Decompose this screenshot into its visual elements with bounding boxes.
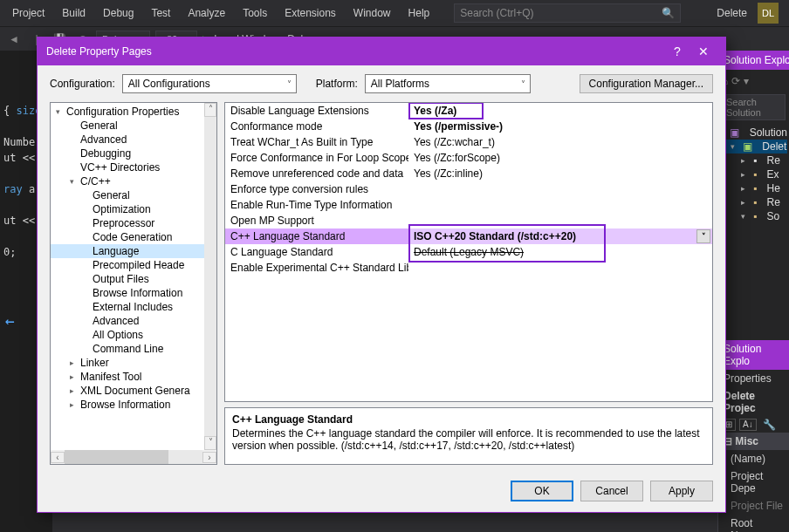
scroll-left-icon[interactable]: ‹ — [51, 452, 65, 463]
tree-item[interactable]: All Options — [51, 328, 216, 342]
menu-analyze[interactable]: Analyze — [179, 3, 234, 23]
prop-row: Project File — [718, 497, 789, 515]
tree-item[interactable]: Advanced — [51, 133, 216, 147]
menu-tools[interactable]: Tools — [234, 3, 276, 23]
tree-item[interactable]: Command Line — [51, 342, 216, 356]
tree-hscroll[interactable]: ‹ › — [51, 450, 216, 464]
tree-cc[interactable]: C/C++ — [51, 174, 216, 188]
misc-header[interactable]: ⊟ Misc — [718, 433, 789, 450]
dialog-title: Delete Property Pages — [46, 45, 664, 58]
tree-item[interactable]: Advanced — [51, 314, 216, 328]
scroll-up-icon[interactable]: ˄ — [204, 103, 216, 117]
grid-prop-name: Force Conformance in For Loop Scope — [225, 150, 408, 166]
solexp-tab2[interactable]: Solution Explo — [718, 340, 789, 370]
tree-vscroll[interactable]: ˄ ˅ — [204, 103, 216, 450]
grid-prop-value[interactable] — [408, 181, 712, 197]
dropdown-icon[interactable]: ▾ — [744, 75, 749, 87]
close-button[interactable]: ✕ — [690, 44, 717, 58]
tree-item-language[interactable]: Language — [51, 244, 216, 258]
wrench-icon[interactable]: 🔧 — [760, 419, 779, 431]
grid-prop-value[interactable]: Yes (/Za) — [408, 103, 712, 119]
help-button[interactable]: ? — [664, 44, 690, 58]
tree-scroll[interactable]: Configuration Properties General Advance… — [51, 103, 216, 450]
search-placeholder: Search (Ctrl+Q) — [460, 7, 533, 19]
cancel-button[interactable]: Cancel — [580, 481, 643, 501]
menu-build[interactable]: Build — [53, 3, 94, 23]
refresh-icon[interactable]: ⟳ — [731, 75, 740, 87]
solexp-tree[interactable]: ▾▣ Solution ▾▣ Delet ▸▪ Re ▸▪ Ex ▸▪ He ▸… — [718, 122, 789, 227]
grid-row[interactable]: C Language StandardDefault (Legacy MSVC) — [225, 244, 712, 260]
scroll-right-icon[interactable]: › — [202, 452, 216, 463]
platform-label: Platform: — [316, 78, 358, 90]
grid-row[interactable]: Treat WChar_t As Built in TypeYes (/Zc:w… — [225, 134, 712, 150]
tree-root[interactable]: Configuration Properties — [51, 105, 216, 119]
tree-item[interactable]: Browse Information — [51, 286, 216, 300]
nav-back-icon[interactable]: ◄ — [5, 33, 23, 45]
grid-row[interactable]: Force Conformance in For Loop ScopeYes (… — [225, 150, 712, 166]
solexp-search[interactable]: Search Solution — [722, 94, 786, 120]
prop-row[interactable]: Root Names — [718, 515, 789, 532]
tree-item[interactable]: Manifest Tool — [51, 370, 216, 384]
grid-prop-value[interactable]: Default (Legacy MSVC) — [408, 244, 712, 260]
grid-prop-name: Treat WChar_t As Built in Type — [225, 134, 408, 150]
grid-prop-name: Remove unreferenced code and data — [225, 166, 408, 181]
menu-window[interactable]: Window — [345, 3, 400, 23]
grid-prop-value[interactable] — [408, 213, 712, 228]
prop-row[interactable]: Project Depe — [718, 467, 789, 497]
tree-item[interactable]: Precompiled Heade — [51, 258, 216, 272]
user-badge[interactable]: DL — [758, 3, 779, 24]
search-input[interactable]: Search (Ctrl+Q) 🔍 — [454, 3, 681, 23]
grid-row[interactable]: C++ Language StandardISO C++20 Standard … — [225, 228, 712, 244]
menu-extensions[interactable]: Extensions — [276, 3, 345, 23]
tree-item[interactable]: Code Generation — [51, 230, 216, 244]
tree-item[interactable]: Linker — [51, 356, 216, 370]
tree-item[interactable]: Preprocessor — [51, 216, 216, 230]
tree-item[interactable]: External Includes — [51, 300, 216, 314]
grid-prop-value[interactable]: Yes (/permissive-) — [408, 119, 712, 134]
grid-row[interactable]: Enable Run-Time Type Information — [225, 197, 712, 213]
dropdown-icon[interactable]: ˅ — [696, 229, 710, 243]
grid-prop-name: Disable Language Extensions — [225, 103, 408, 119]
tree-item[interactable]: General — [51, 188, 216, 202]
menu-project[interactable]: Project — [3, 3, 53, 23]
menu-test[interactable]: Test — [142, 3, 179, 23]
desc-title: C++ Language Standard — [232, 413, 705, 426]
tree-item[interactable]: Debugging — [51, 147, 216, 160]
properties-object: Delete Projec — [718, 387, 789, 417]
grid-prop-value[interactable] — [408, 260, 712, 276]
grid-row[interactable]: Open MP Support — [225, 213, 712, 228]
alpha-icon[interactable]: A↓ — [739, 419, 757, 431]
tree-item[interactable]: VC++ Directories — [51, 160, 216, 174]
grid-row[interactable]: Disable Language ExtensionsYes (/Za) — [225, 103, 712, 119]
menu-help[interactable]: Help — [400, 3, 439, 23]
grid-prop-value[interactable]: Yes (/Zc:inline) — [408, 166, 712, 181]
grid-row[interactable]: Remove unreferenced code and dataYes (/Z… — [225, 166, 712, 181]
apply-button[interactable]: Apply — [650, 481, 713, 501]
grid-row[interactable]: Enable Experimental C++ Standard Libra — [225, 260, 712, 276]
tree-item[interactable]: General — [51, 119, 216, 133]
dialog-titlebar[interactable]: Delete Property Pages ? ✕ — [38, 38, 725, 65]
config-manager-button[interactable]: Configuration Manager... — [580, 74, 713, 93]
tree-item[interactable]: Browse Information — [51, 398, 216, 412]
prop-row[interactable]: (Name) — [718, 450, 789, 467]
grid-prop-name: Enable Run-Time Type Information — [225, 197, 408, 213]
grid-prop-value[interactable] — [408, 197, 712, 213]
tree-item[interactable]: Output Files — [51, 272, 216, 286]
grid-prop-value[interactable]: ISO C++20 Standard (/std:c++20)˅ — [408, 228, 712, 244]
grid-prop-value[interactable]: Yes (/Zc:forScope) — [408, 150, 712, 166]
grid-prop-value[interactable]: Yes (/Zc:wchar_t) — [408, 134, 712, 150]
tree-pane: Configuration Properties General Advance… — [50, 102, 217, 465]
grid-row[interactable]: Enforce type conversion rules — [225, 181, 712, 197]
platform-select[interactable]: All Platforms — [365, 74, 531, 93]
editor-back-icon[interactable]: ← — [5, 311, 15, 330]
refs-icon: ▪ — [753, 154, 757, 167]
delete-label[interactable]: Delete — [717, 7, 747, 19]
scroll-down-icon[interactable]: ˅ — [204, 436, 216, 450]
grid-row[interactable]: Conformance modeYes (/permissive-) — [225, 119, 712, 134]
config-select[interactable]: All Configurations — [122, 74, 297, 93]
tree-item[interactable]: XML Document Genera — [51, 384, 216, 398]
tree-item[interactable]: Optimization — [51, 202, 216, 216]
menu-debug[interactable]: Debug — [94, 3, 142, 23]
hscroll-thumb[interactable] — [65, 450, 168, 464]
ok-button[interactable]: OK — [511, 481, 573, 501]
